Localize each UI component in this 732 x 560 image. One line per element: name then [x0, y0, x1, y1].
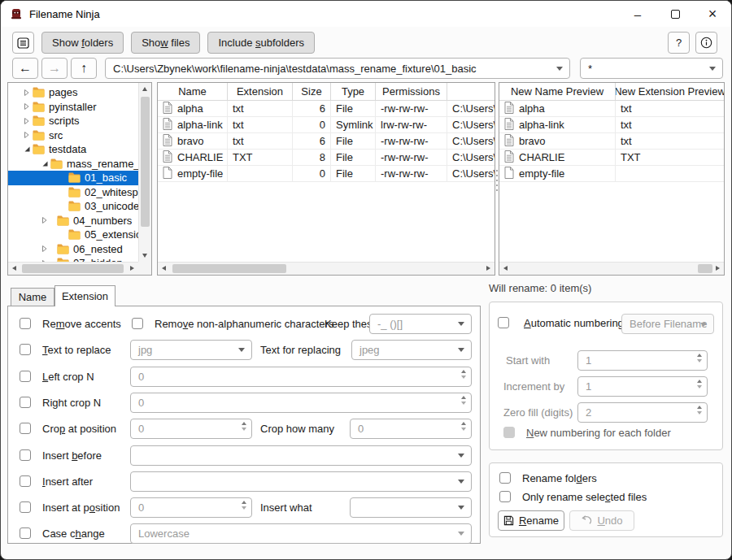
column-header-name[interactable]: Name [158, 83, 228, 100]
column-header-permissions[interactable]: Permissions [376, 83, 447, 100]
keep-these-combobox[interactable]: -_ ()[] [369, 314, 472, 334]
case-change-checkbox[interactable] [20, 527, 31, 539]
spinner-buttons[interactable] [461, 370, 466, 379]
table-row[interactable]: CHARLIE TXT [499, 150, 724, 166]
crop-how-many-spinbox[interactable]: 0 [350, 419, 472, 439]
chevron-expanded-icon[interactable] [39, 160, 50, 167]
per-folder-numbering-checkbox[interactable] [503, 427, 515, 438]
help-button[interactable]: ? [668, 32, 690, 54]
minimize-button[interactable]: – [619, 1, 656, 27]
text-to-replace-checkbox[interactable] [20, 344, 31, 355]
tab-extension[interactable]: Extension [54, 285, 115, 306]
tree-item-src[interactable]: src [8, 128, 138, 143]
spinner-buttons[interactable] [242, 501, 246, 510]
text-to-replace-combobox[interactable]: jpg [130, 340, 252, 360]
scroll-right-icon[interactable] [716, 266, 720, 271]
tree-item-01-basic[interactable]: 01_basic [8, 171, 138, 185]
filter-combobox[interactable]: * [580, 58, 723, 79]
chevron-right-icon[interactable] [39, 245, 50, 253]
tree-item-02-whitespace[interactable]: 02_whitespa [8, 185, 138, 200]
crop-at-position-checkbox[interactable] [20, 423, 31, 434]
remove-accents-checkbox[interactable] [20, 318, 31, 329]
close-button[interactable]: × [694, 1, 731, 27]
include-subfolders-toggle[interactable]: Include subfolders [207, 32, 315, 54]
column-header-size[interactable]: Size [293, 83, 331, 100]
up-button[interactable]: ↑ [71, 58, 97, 79]
scroll-left-icon[interactable] [503, 266, 508, 271]
insert-what-combobox[interactable] [350, 497, 472, 518]
scroll-left-icon[interactable] [12, 266, 16, 271]
file-table-horizontal-scrollbar[interactable] [158, 262, 495, 275]
column-header-path[interactable] [447, 83, 495, 100]
forward-button[interactable]: → [41, 58, 68, 79]
rename-folders-checkbox[interactable] [499, 472, 511, 484]
numbering-position-combobox[interactable]: Before Filename [621, 314, 714, 334]
scroll-right-icon[interactable] [130, 266, 134, 271]
menu-button[interactable] [12, 32, 34, 54]
path-combobox[interactable]: C:\Users\Zbynek\work\filename-ninja\test… [105, 58, 570, 79]
spinner-buttons[interactable] [461, 422, 466, 431]
scroll-down-icon[interactable] [142, 254, 147, 258]
insert-at-position-spinbox[interactable]: 0 [130, 497, 252, 518]
zero-fill-spinbox[interactable]: 2 [577, 402, 708, 423]
remove-nonalnum-checkbox[interactable] [132, 318, 143, 329]
column-header-new-name[interactable]: New Name Preview [499, 83, 616, 100]
scrollbar-thumb[interactable] [141, 97, 150, 227]
column-header-extension[interactable]: Extension [228, 83, 293, 100]
table-row[interactable]: bravo txt [499, 133, 724, 150]
show-folders-toggle[interactable]: Show folders [41, 32, 124, 54]
spinner-buttons[interactable] [242, 422, 246, 431]
tree-item-pyinstaller[interactable]: pyinstaller [8, 100, 138, 115]
table-row[interactable]: alpha-link txt 0 Symlink lrw-rw-rw- C:\U… [158, 117, 495, 133]
scrollbar-thumb[interactable] [172, 264, 286, 273]
tree-item-04-numbers[interactable]: 04_numbers [8, 214, 138, 228]
table-row[interactable]: alpha-link txt [499, 117, 724, 133]
chevron-right-icon[interactable] [21, 131, 33, 139]
insert-after-checkbox[interactable] [20, 475, 31, 487]
tree-item-05-extensions[interactable]: 05_extensio [8, 228, 138, 242]
tree-horizontal-scrollbar[interactable] [8, 262, 138, 275]
increment-by-spinbox[interactable]: 1 [577, 376, 708, 397]
left-crop-checkbox[interactable] [20, 371, 31, 382]
crop-at-position-spinbox[interactable]: 0 [130, 419, 252, 439]
column-header-type[interactable]: Type [331, 83, 376, 100]
scrollbar-thumb[interactable] [22, 264, 124, 273]
tree-item-06-nested[interactable]: 06_nested [8, 242, 138, 257]
chevron-expanded-icon[interactable] [21, 145, 33, 153]
scroll-up-icon[interactable] [142, 87, 147, 91]
start-with-spinbox[interactable]: 1 [577, 350, 708, 371]
column-header-new-extension[interactable]: New Extension Preview [616, 83, 724, 100]
left-crop-spinbox[interactable]: 0 [130, 367, 472, 387]
insert-at-position-checkbox[interactable] [20, 501, 31, 513]
automatic-numbering-checkbox[interactable] [498, 317, 509, 328]
rename-button[interactable]: Rename [498, 510, 564, 531]
tree-item-pages[interactable]: pages [8, 85, 138, 100]
tree-vertical-scrollbar[interactable] [138, 83, 151, 262]
table-row[interactable]: empty-file 0 File -rw-rw-rw- C:\Users\ [158, 166, 495, 182]
table-row[interactable]: alpha txt [499, 101, 724, 117]
tree-item-testdata[interactable]: testdata [8, 142, 138, 157]
spinner-buttons[interactable] [697, 380, 702, 389]
tree-item-scripts[interactable]: scripts [8, 114, 138, 128]
table-row[interactable]: bravo txt 6 File -rw-rw-rw- C:\Users\ [158, 133, 495, 150]
case-change-combobox[interactable]: Lowercase [130, 523, 472, 544]
chevron-right-icon[interactable] [39, 216, 50, 224]
spinner-buttons[interactable] [461, 396, 466, 405]
back-button[interactable]: ← [12, 58, 38, 79]
show-files-toggle[interactable]: Show files [131, 32, 200, 54]
tree-item-03-unicode[interactable]: 03_unicode [8, 199, 138, 214]
tree-item-mass-rename-fixture[interactable]: mass_rename_fi [8, 157, 138, 171]
preview-table-horizontal-scrollbar[interactable] [499, 262, 724, 275]
about-button[interactable] [695, 32, 717, 54]
scroll-right-icon[interactable] [486, 266, 490, 271]
spinner-buttons[interactable] [697, 354, 702, 362]
tab-name[interactable]: Name [11, 288, 54, 306]
table-row[interactable]: empty-file [499, 166, 724, 182]
chevron-right-icon[interactable] [21, 89, 33, 97]
scroll-left-icon[interactable] [162, 266, 166, 271]
tree-item-07-hidden[interactable]: 07_hidden [8, 256, 138, 262]
right-crop-checkbox[interactable] [20, 397, 31, 408]
insert-before-combobox[interactable] [130, 445, 472, 466]
right-crop-spinbox[interactable]: 0 [130, 393, 472, 413]
spinner-buttons[interactable] [697, 406, 702, 415]
